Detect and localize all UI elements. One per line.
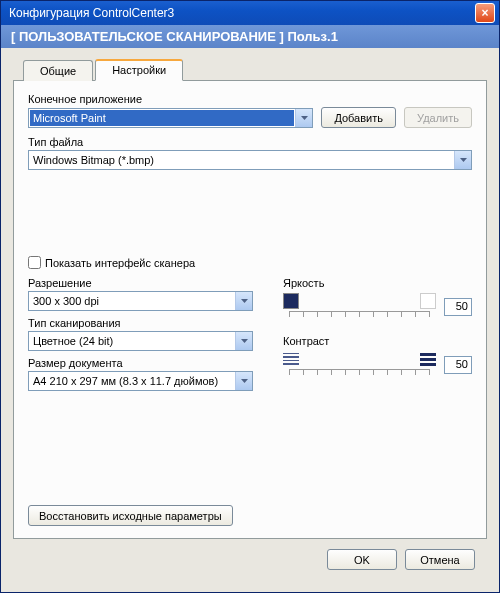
titlebar: Конфигурация ControlCenter3 ×	[1, 1, 499, 25]
chevron-down-icon	[235, 332, 252, 350]
chevron-down-icon	[235, 292, 252, 310]
scan-type-combo[interactable]: Цветное (24 bit)	[28, 331, 253, 351]
brightness-light-icon	[420, 293, 436, 309]
file-type-value: Windows Bitmap (*.bmp)	[29, 154, 454, 166]
settings-panel: Конечное приложение Microsoft Paint Доба…	[13, 80, 487, 539]
doc-size-value: A4 210 x 297 мм (8.3 x 11.7 дюймов)	[29, 375, 235, 387]
close-icon: ×	[481, 6, 488, 20]
brightness-value[interactable]: 50	[444, 298, 472, 316]
brightness-label: Яркость	[283, 277, 472, 289]
close-button[interactable]: ×	[475, 3, 495, 23]
chevron-down-icon	[235, 372, 252, 390]
show-interface-label: Показать интерфейс сканера	[45, 257, 195, 269]
doc-size-combo[interactable]: A4 210 x 297 мм (8.3 x 11.7 дюймов)	[28, 371, 253, 391]
ok-button[interactable]: OK	[327, 549, 397, 570]
tab-strip: Общие Настройки	[23, 58, 487, 80]
contrast-high-icon	[420, 351, 436, 367]
target-app-label: Конечное приложение	[28, 93, 472, 105]
scan-type-value: Цветное (24 bit)	[29, 335, 235, 347]
contrast-value[interactable]: 50	[444, 356, 472, 374]
tab-general[interactable]: Общие	[23, 60, 93, 81]
contrast-low-icon	[283, 351, 299, 367]
scan-type-label: Тип сканирования	[28, 317, 253, 329]
target-app-combo[interactable]: Microsoft Paint	[28, 108, 313, 128]
file-type-label: Тип файла	[28, 136, 472, 148]
show-interface-checkbox[interactable]	[28, 256, 41, 269]
restore-defaults-button[interactable]: Восстановить исходные параметры	[28, 505, 233, 526]
add-button[interactable]: Добавить	[321, 107, 396, 128]
delete-button: Удалить	[404, 107, 472, 128]
resolution-value: 300 x 300 dpi	[29, 295, 235, 307]
contrast-label: Контраст	[283, 335, 472, 347]
chevron-down-icon	[454, 151, 471, 169]
chevron-down-icon	[295, 109, 312, 127]
resolution-label: Разрешение	[28, 277, 253, 289]
config-window: Конфигурация ControlCenter3 × [ ПОЛЬЗОВА…	[0, 0, 500, 593]
window-subtitle: [ ПОЛЬЗОВАТЕЛЬСКОЕ СКАНИРОВАНИЕ ] Польз.…	[1, 25, 499, 48]
contrast-slider[interactable]	[283, 351, 436, 379]
dialog-footer: OK Отмена	[13, 539, 487, 580]
cancel-button[interactable]: Отмена	[405, 549, 475, 570]
target-app-value: Microsoft Paint	[30, 110, 294, 126]
resolution-combo[interactable]: 300 x 300 dpi	[28, 291, 253, 311]
doc-size-label: Размер документа	[28, 357, 253, 369]
brightness-dark-icon	[283, 293, 299, 309]
window-title: Конфигурация ControlCenter3	[9, 6, 475, 20]
tab-settings[interactable]: Настройки	[95, 59, 183, 81]
dialog-body: Общие Настройки Конечное приложение Micr…	[1, 48, 499, 592]
file-type-combo[interactable]: Windows Bitmap (*.bmp)	[28, 150, 472, 170]
brightness-slider[interactable]	[283, 293, 436, 321]
